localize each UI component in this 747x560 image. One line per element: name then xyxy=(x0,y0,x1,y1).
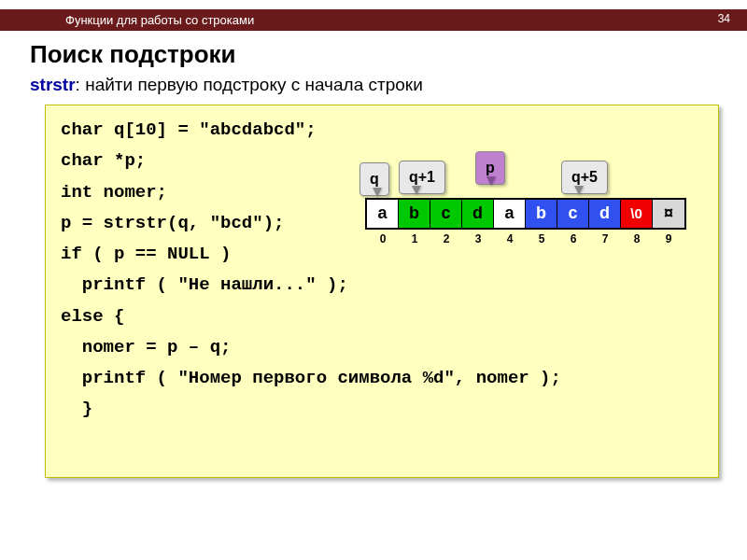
function-name: strstr xyxy=(30,75,76,94)
header-bar: Функции для работы со строками 34 xyxy=(0,9,747,31)
subtitle: strstr: найти первую подстроку с начала … xyxy=(30,75,747,95)
code-line: printf ( "Не нашли..." ); xyxy=(61,270,703,301)
subtitle-text: : найти первую подстроку с начала строки xyxy=(76,75,423,94)
pointer-tail-icon xyxy=(412,186,421,195)
index-cell: 4 xyxy=(494,230,526,249)
array-cell: \0 xyxy=(621,200,653,228)
array-cell: d xyxy=(462,200,494,228)
array-cell: a xyxy=(367,200,399,228)
array-cell: d xyxy=(589,200,621,228)
index-cell: 7 xyxy=(589,230,621,249)
pointer-tail-icon xyxy=(486,176,496,186)
array-cell: c xyxy=(557,200,589,228)
index-cell: 0 xyxy=(367,230,399,249)
array-diagram: q q+1 p q+5 a b c d a b c d \0 ¤ xyxy=(365,157,711,198)
code-line: else { xyxy=(61,301,703,332)
code-line: } xyxy=(61,394,703,425)
pointer-labels: q q+1 p q+5 xyxy=(365,157,711,198)
index-cell: 5 xyxy=(526,230,557,249)
slide-number: 34 xyxy=(718,12,730,25)
code-line: nomer = p – q; xyxy=(61,332,703,363)
array-cell: b xyxy=(399,200,430,228)
code-line: printf ( "Номер первого символа %d", nom… xyxy=(61,363,703,394)
label-q5: q+5 xyxy=(561,161,608,194)
code-box: char q[10] = "abcdabcd"; char *p; int no… xyxy=(45,105,719,478)
pointer-tail-icon xyxy=(574,186,584,195)
array-cells: a b c d a b c d \0 ¤ xyxy=(365,198,686,230)
code-line: char q[10] = "abcdabcd"; xyxy=(61,115,703,146)
index-row: 0 1 2 3 4 5 6 7 8 9 xyxy=(367,230,684,249)
index-cell: 3 xyxy=(462,230,494,249)
index-cell: 1 xyxy=(399,230,430,249)
slide: Функции для работы со строками 34 Поиск … xyxy=(0,0,747,560)
index-cell: 8 xyxy=(621,230,653,249)
array-cell: a xyxy=(494,200,526,228)
header-title: Функции для работы со строками xyxy=(65,13,254,27)
index-cell: 2 xyxy=(430,230,462,249)
array-cell: b xyxy=(526,200,557,228)
index-cell: 6 xyxy=(557,230,589,249)
array-cell: ¤ xyxy=(653,200,684,228)
array-cell: c xyxy=(430,200,462,228)
pointer-tail-icon xyxy=(373,188,382,197)
label-q1: q+1 xyxy=(399,161,445,194)
index-cell: 9 xyxy=(653,230,684,249)
page-title: Поиск подстроки xyxy=(30,40,747,69)
